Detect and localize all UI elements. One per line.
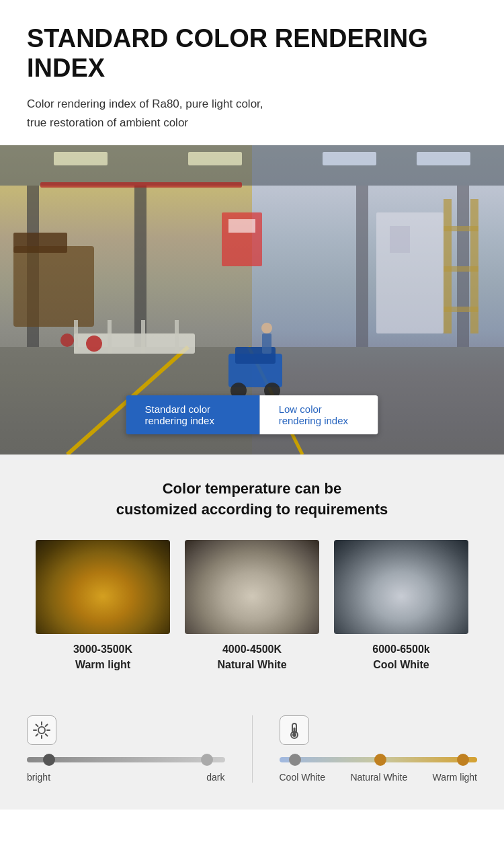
brightness-label-dark: dark (206, 772, 224, 783)
swatch-warm-range: 3000-3500K (73, 642, 132, 657)
brightness-slider-labels: bright dark (27, 772, 225, 783)
svg-point-37 (38, 727, 45, 734)
svg-rect-12 (13, 246, 94, 327)
controls-divider (252, 715, 253, 783)
swatch-cool-name: Cool White (373, 658, 429, 672)
svg-rect-36 (228, 219, 255, 233)
svg-point-20 (60, 333, 74, 347)
low-cri-label: Low color rendering index (260, 395, 378, 434)
svg-line-42 (36, 725, 38, 727)
color-temp-title: Color temperature can becustomized accor… (20, 479, 484, 520)
swatch-cool-box (334, 540, 468, 634)
page-title: STANDARD COLOR RENDERING INDEX (27, 24, 477, 83)
color-swatches-row: 3000-3500K Warm light 4000-4500K Natural… (20, 540, 484, 672)
brightness-label-bright: bright (27, 772, 50, 783)
svg-rect-5 (188, 152, 242, 165)
temp-label-natural: Natural White (350, 772, 407, 783)
temperature-icon-row (280, 715, 478, 745)
brightness-slider[interactable] (27, 752, 225, 768)
temperature-slider[interactable] (280, 752, 478, 768)
svg-rect-26 (390, 226, 410, 253)
sun-icon-box (27, 715, 56, 745)
svg-point-49 (292, 733, 296, 737)
svg-line-45 (36, 734, 38, 736)
brightness-icon-row (27, 715, 225, 745)
svg-line-44 (46, 725, 48, 727)
swatch-cool-range: 6000-6500k (372, 642, 429, 657)
svg-rect-10 (356, 186, 368, 347)
swatch-warm: 3000-3500K Warm light (36, 540, 170, 672)
svg-rect-4 (54, 152, 108, 165)
subtitle: Color rendering index of Ra80, pure ligh… (27, 95, 477, 131)
svg-point-19 (86, 336, 102, 352)
standard-cri-label: Standard color rendering index (126, 395, 260, 434)
svg-rect-16 (108, 320, 112, 354)
swatch-warm-name: Warm light (75, 658, 130, 672)
swatch-warm-box (36, 540, 170, 634)
comparison-image-section: Standard color rendering index Low color… (0, 145, 504, 455)
controls-section: bright dark Cool (0, 709, 504, 810)
svg-rect-6 (323, 152, 376, 165)
svg-rect-7 (417, 152, 470, 165)
svg-rect-33 (262, 333, 271, 354)
swatch-natural-range: 4000-4500K (222, 642, 282, 657)
thermometer-icon-box (280, 715, 309, 745)
swatch-natural: 4000-4500K Natural White (185, 540, 319, 672)
temp-label-warm: Warm light (433, 772, 477, 783)
svg-rect-15 (74, 320, 78, 354)
svg-rect-29 (444, 226, 478, 231)
color-temp-section: Color temperature can becustomized accor… (0, 455, 504, 709)
thermometer-icon (285, 721, 304, 740)
temperature-control-group: Cool White Natural White Warm light (280, 715, 478, 783)
svg-line-43 (46, 734, 48, 736)
svg-rect-30 (444, 266, 478, 272)
brightness-control-group: bright dark (27, 715, 225, 783)
svg-point-34 (261, 323, 272, 333)
svg-rect-32 (40, 182, 242, 188)
swatch-natural-name: Natural White (217, 658, 286, 672)
svg-rect-13 (13, 233, 67, 253)
swatch-cool: 6000-6500k Cool White (334, 540, 468, 672)
temperature-labels: Cool White Natural White Warm light (280, 772, 478, 783)
swatch-natural-box (185, 540, 319, 634)
svg-rect-17 (141, 320, 145, 354)
sun-icon (32, 721, 51, 740)
comparison-labels-bar: Standard color rendering index Low color… (126, 395, 378, 434)
svg-rect-18 (175, 320, 179, 354)
top-section: STANDARD COLOR RENDERING INDEX Color ren… (0, 0, 504, 145)
svg-rect-31 (444, 307, 478, 312)
temp-label-cool: Cool White (280, 772, 325, 783)
